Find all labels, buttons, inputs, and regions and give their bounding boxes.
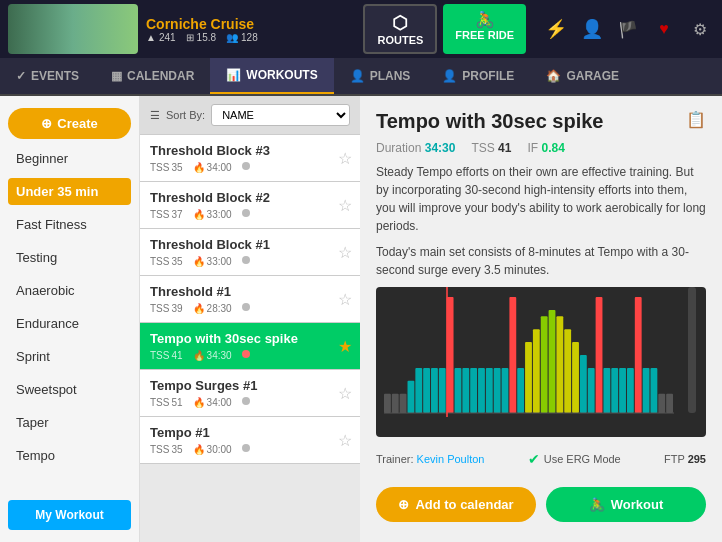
sidebar-item-tempo[interactable]: Tempo — [8, 442, 131, 469]
star-icon[interactable]: ★ — [338, 337, 352, 356]
svg-rect-2 — [400, 394, 407, 413]
erg-mode: ✔ Use ERG Mode — [528, 451, 621, 467]
plans-icon: 👤 — [350, 69, 365, 83]
svg-rect-35 — [658, 394, 665, 413]
star-icon[interactable]: ☆ — [338, 243, 352, 262]
svg-rect-12 — [478, 368, 485, 413]
my-workout-button[interactable]: My Workout — [8, 500, 131, 530]
tab-events[interactable]: ✓ EVENTS — [0, 58, 95, 94]
trainer-link[interactable]: Kevin Poulton — [417, 453, 485, 465]
map-preview — [8, 4, 138, 54]
chart-area — [376, 287, 706, 437]
routes-button[interactable]: ⬡ ROUTES — [363, 4, 437, 54]
workout-item-tb2[interactable]: Threshold Block #2 TSS 37 🔥 33:00 ☆ — [140, 182, 360, 229]
garage-icon: 🏠 — [546, 69, 561, 83]
sidebar-item-endurance[interactable]: Endurance — [8, 310, 131, 337]
route-stats: ▲ 241 ⊞ 15.8 👥 128 — [146, 32, 258, 43]
difficulty-dot — [242, 303, 250, 311]
svg-rect-18 — [525, 342, 532, 413]
tab-plans[interactable]: 👤 PLANS — [334, 58, 427, 94]
sidebar-item-beginner[interactable]: Beginner — [8, 145, 131, 172]
svg-rect-5 — [423, 368, 430, 413]
add-calendar-button[interactable]: ⊕ Add to calendar — [376, 487, 536, 522]
svg-rect-10 — [462, 368, 469, 413]
svg-rect-33 — [643, 368, 650, 413]
route-name: Corniche Cruise — [146, 16, 258, 32]
duration-stat: 🔥 34:00 — [193, 162, 232, 173]
top-bar: Corniche Cruise ▲ 241 ⊞ 15.8 👥 128 ⬡ ROU… — [0, 0, 722, 58]
main-nav: ✓ EVENTS ▦ CALENDAR 📊 WORKOUTS 👤 PLANS 👤… — [0, 58, 722, 96]
freeride-button[interactable]: 🚴 FREE RIDE — [443, 4, 526, 54]
sidebar-item-under35[interactable]: Under 35 min — [8, 178, 131, 205]
if-stat: IF 0.84 — [527, 141, 564, 155]
svg-rect-28 — [603, 368, 610, 413]
workouts-icon: 📊 — [226, 68, 241, 82]
svg-rect-16 — [509, 297, 516, 413]
workout-item-tempo30[interactable]: Tempo with 30sec spike TSS 41 🔥 34:30 ★ — [140, 323, 360, 370]
copy-icon[interactable]: 📋 — [686, 110, 706, 129]
sort-select[interactable]: NAME — [211, 104, 350, 126]
sidebar-item-sweetspot[interactable]: Sweetspot — [8, 376, 131, 403]
difficulty-dot — [242, 256, 250, 264]
sidebar-item-taper[interactable]: Taper — [8, 409, 131, 436]
duration-label: Duration 34:30 — [376, 141, 455, 155]
top-icons: ⚡ 👤 🏴 ♥ ⚙ — [542, 15, 714, 43]
svg-rect-19 — [533, 329, 540, 413]
detail-panel: Tempo with 30sec spike 📋 Duration 34:30 … — [360, 96, 722, 542]
detail-description-2: Today's main set consists of 8-minutes a… — [376, 243, 706, 279]
tab-garage[interactable]: 🏠 GARAGE — [530, 58, 635, 94]
sidebar-item-sprint[interactable]: Sprint — [8, 343, 131, 370]
workout-item-tempo1[interactable]: Tempo #1 TSS 35 🔥 30:00 ☆ — [140, 417, 360, 464]
workout-list-panel: ☰ Sort By: NAME Threshold Block #3 TSS 3… — [140, 96, 360, 542]
create-button[interactable]: ⊕ Create — [8, 108, 131, 139]
ftp-display: FTP 295 — [664, 453, 706, 465]
gear-icon[interactable]: ⚙ — [686, 15, 714, 43]
riders-stat: 👥 128 — [226, 32, 258, 43]
tab-calendar[interactable]: ▦ CALENDAR — [95, 58, 210, 94]
star-icon[interactable]: ☆ — [338, 384, 352, 403]
workout-item-tb1[interactable]: Threshold Block #1 TSS 35 🔥 33:00 ☆ — [140, 229, 360, 276]
detail-description-1: Steady Tempo efforts on their own are ef… — [376, 163, 706, 235]
star-icon[interactable]: ☆ — [338, 196, 352, 215]
difficulty-dot — [242, 350, 250, 358]
svg-rect-36 — [666, 394, 673, 413]
svg-rect-30 — [619, 368, 626, 413]
svg-rect-25 — [580, 355, 587, 413]
star-icon[interactable]: ☆ — [338, 290, 352, 309]
flag-icon[interactable]: 🏴 — [614, 15, 642, 43]
workout-button[interactable]: 🚴 Workout — [546, 487, 706, 522]
svg-rect-31 — [627, 368, 634, 413]
bike-icon: 🚴 — [589, 497, 605, 512]
detail-stats: Duration 34:30 TSS 41 IF 0.84 — [376, 141, 706, 155]
distance-stat: ⊞ 15.8 — [186, 32, 216, 43]
events-icon: ✓ — [16, 69, 26, 83]
action-bar: ⊕ Add to calendar 🚴 Workout — [376, 481, 706, 528]
lightning-icon[interactable]: ⚡ — [542, 15, 570, 43]
tab-workouts[interactable]: 📊 WORKOUTS — [210, 58, 333, 94]
sidebar-item-testing[interactable]: Testing — [8, 244, 131, 271]
trainer-bar: Trainer: Kevin Poulton ✔ Use ERG Mode FT… — [376, 445, 706, 473]
heart-icon[interactable]: ♥ — [650, 15, 678, 43]
svg-rect-29 — [611, 368, 618, 413]
svg-rect-23 — [564, 329, 571, 413]
difficulty-dot — [242, 162, 250, 170]
workout-item-tb3[interactable]: Threshold Block #3 TSS 35 🔥 34:00 ☆ — [140, 135, 360, 182]
workout-item-temposurges[interactable]: Tempo Surges #1 TSS 51 🔥 34:00 ☆ — [140, 370, 360, 417]
profile-icon[interactable]: 👤 — [578, 15, 606, 43]
svg-rect-11 — [470, 368, 477, 413]
workout-item-t1[interactable]: Threshold #1 TSS 39 🔥 28:30 ☆ — [140, 276, 360, 323]
star-icon[interactable]: ☆ — [338, 431, 352, 450]
sidebar-item-anaerobic[interactable]: Anaerobic — [8, 277, 131, 304]
erg-check-icon: ✔ — [528, 451, 540, 467]
tss-stat: TSS 35 — [150, 162, 183, 173]
tab-profile[interactable]: 👤 PROFILE — [426, 58, 530, 94]
sidebar-item-fastfitness[interactable]: Fast Fitness — [8, 211, 131, 238]
star-icon[interactable]: ☆ — [338, 149, 352, 168]
svg-rect-9 — [455, 368, 462, 413]
tss-stat-detail: TSS 41 — [471, 141, 511, 155]
svg-rect-4 — [415, 368, 422, 413]
sort-icon: ☰ — [150, 109, 160, 122]
svg-rect-26 — [588, 368, 595, 413]
svg-rect-7 — [439, 368, 446, 413]
calendar-icon: ▦ — [111, 69, 122, 83]
